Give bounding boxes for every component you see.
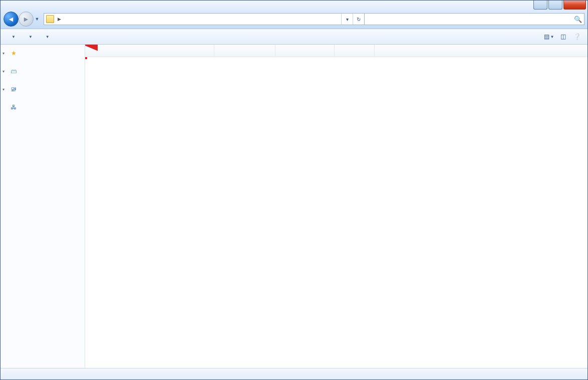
include-in-library-menu[interactable]: ▼	[22, 33, 38, 41]
annotation-highlight	[85, 57, 87, 59]
maximize-button[interactable]	[548, 1, 562, 10]
column-header-date[interactable]	[214, 45, 275, 57]
history-dropdown[interactable]: ▼	[34, 12, 41, 26]
sidebar-header-computer[interactable]: ▾ 🖳	[1, 84, 85, 95]
preview-pane-toggle[interactable]: ◫	[556, 31, 569, 42]
view-icon: ▤	[544, 33, 549, 40]
sidebar-group-network: 🖧	[1, 102, 85, 113]
sidebar-group-libraries: ▾ 🗃	[1, 66, 85, 77]
titlebar: ◄ ► ▼ ▶ ▾ ↻ 🔍	[1, 1, 587, 29]
refresh-icon: ↻	[357, 17, 361, 22]
chevron-down-icon: ▼	[35, 17, 40, 22]
folder-icon	[46, 15, 54, 23]
chevron-down-icon: ▼	[550, 35, 554, 39]
back-button[interactable]: ◄	[4, 12, 19, 27]
view-menu[interactable]: ▤▼	[542, 31, 555, 42]
toolbar: ▼ ▼ ▼ ▤▼ ◫ ❔	[1, 29, 587, 45]
chevron-right-icon[interactable]: ▶	[56, 17, 63, 22]
address-dropdown[interactable]: ▾	[341, 14, 353, 25]
sidebar-group-favorites: ▾ ★	[1, 48, 85, 59]
refresh-button[interactable]: ↻	[353, 14, 364, 25]
help-button[interactable]: ❔	[570, 31, 583, 42]
arrow-left-icon: ◄	[8, 16, 15, 23]
status-bar	[1, 368, 587, 379]
star-icon: ★	[10, 49, 18, 57]
column-header-size[interactable]	[335, 45, 375, 57]
navigation-pane[interactable]: ▾ ★ ▾ 🗃 ▾ 🖳	[1, 45, 85, 368]
forward-button[interactable]: ►	[19, 12, 34, 27]
close-button[interactable]	[563, 1, 586, 10]
address-search-wrap: ▶ ▾ ↻ 🔍	[44, 13, 584, 25]
sidebar-header-libraries[interactable]: ▾ 🗃	[1, 66, 85, 77]
library-icon: 🗃	[10, 67, 18, 75]
share-menu[interactable]: ▼	[39, 33, 55, 41]
window-controls	[533, 1, 586, 10]
explorer-window: ◄ ► ▼ ▶ ▾ ↻ 🔍 ▼ ▼ ▼ ▤▼	[0, 0, 588, 380]
tree-collapse-icon[interactable]: ▾	[3, 87, 5, 92]
chevron-down-icon: ▼	[46, 35, 50, 39]
column-header-name[interactable]	[85, 45, 214, 57]
sidebar-header-favorites[interactable]: ▾ ★	[1, 48, 85, 59]
address-bar[interactable]: ▶ ▾ ↻	[44, 13, 365, 25]
sidebar-group-computer: ▾ 🖳	[1, 84, 85, 95]
search-input[interactable]	[367, 15, 572, 23]
chevron-down-icon: ▼	[29, 35, 33, 39]
annotation-overlay	[85, 45, 587, 368]
network-icon: 🖧	[10, 103, 18, 111]
chevron-down-icon: ▼	[12, 35, 16, 39]
body: ▾ ★ ▾ 🗃 ▾ 🖳	[1, 45, 587, 368]
arrow-right-icon: ►	[23, 16, 30, 23]
tree-collapse-icon[interactable]: ▾	[3, 69, 5, 74]
computer-icon: 🖳	[10, 85, 18, 93]
new-folder-button[interactable]	[56, 35, 66, 39]
sidebar-header-network[interactable]: 🖧	[1, 102, 85, 113]
tree-collapse-icon[interactable]: ▾	[3, 51, 5, 56]
file-list-pane	[85, 45, 587, 368]
column-headers	[85, 45, 587, 57]
minimize-button[interactable]	[533, 1, 547, 10]
organize-menu[interactable]: ▼	[5, 33, 21, 41]
nav-buttons: ◄ ► ▼	[1, 12, 41, 27]
search-box[interactable]: 🔍	[365, 13, 584, 25]
search-icon: 🔍	[574, 16, 582, 23]
help-icon: ❔	[573, 33, 581, 40]
chevron-down-icon: ▾	[346, 17, 349, 22]
column-header-type[interactable]	[275, 45, 335, 57]
preview-pane-icon: ◫	[560, 33, 566, 40]
